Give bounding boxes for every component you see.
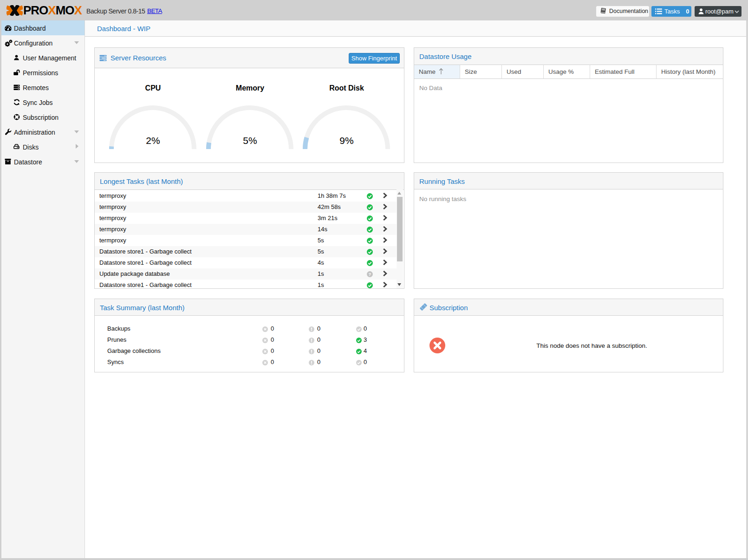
svg-text:?: ? (369, 272, 371, 277)
